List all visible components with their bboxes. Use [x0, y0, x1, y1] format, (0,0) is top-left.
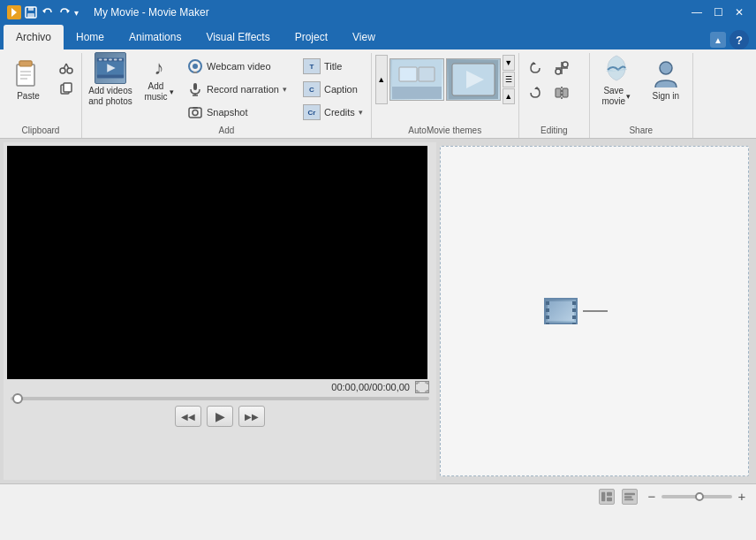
play-button[interactable]: ▶: [207, 406, 233, 427]
automovie-themes-group: ▲ ▼ ☰ ▲: [372, 53, 519, 138]
svg-rect-23: [109, 59, 112, 61]
credits-button[interactable]: Cr Credits ▾: [299, 101, 367, 124]
editing-content: [523, 55, 586, 124]
zoom-slider-track[interactable]: [662, 495, 732, 498]
main-content: 00:00,00/00:00,00 ◀◀ ▶ ▶▶: [0, 139, 756, 483]
theme-scroll-up[interactable]: ▲: [375, 55, 388, 104]
credits-dropdown[interactable]: ▾: [359, 108, 363, 117]
svg-rect-37: [392, 87, 442, 99]
record-narration-button[interactable]: Record narration ▾: [183, 78, 291, 101]
svg-rect-17: [64, 83, 72, 92]
tab-project[interactable]: Project: [283, 25, 340, 49]
rewind-button[interactable]: ◀◀: [175, 406, 201, 427]
trim-button[interactable]: [549, 57, 574, 80]
close-btn[interactable]: ✕: [730, 4, 749, 21]
tab-visual-effects[interactable]: Visual Effects: [193, 25, 282, 49]
zoom-minus-btn[interactable]: −: [645, 490, 659, 504]
zoom-slider-thumb[interactable]: [695, 492, 704, 501]
theme-scroll-btns: ▼ ☰ ▲: [503, 55, 515, 104]
editing-col2: [549, 55, 574, 104]
timeline-scrubber[interactable]: [7, 397, 433, 400]
svg-rect-21: [99, 59, 102, 61]
svg-point-52: [660, 62, 672, 74]
svg-rect-35: [193, 107, 198, 109]
add-right-subcol: T Title C Caption Cr Credit: [299, 55, 367, 124]
forward-button[interactable]: ▶▶: [238, 406, 265, 427]
svg-rect-58: [624, 498, 633, 500]
tab-home[interactable]: Home: [64, 25, 117, 49]
sign-in-icon: [650, 57, 682, 89]
record-narration-label: Record narration: [207, 84, 279, 95]
svg-rect-25: [118, 59, 122, 61]
paste-label: Paste: [17, 91, 40, 102]
scrubber-thumb[interactable]: [12, 393, 23, 404]
timeline-view-btn[interactable]: [622, 489, 638, 505]
save-movie-label: Savemovie ▾: [601, 86, 631, 107]
theme-scroll-down[interactable]: ▼: [503, 55, 515, 71]
qa-dropdown[interactable]: ▾: [74, 8, 83, 18]
time-counter: 00:00,00/00:00,00: [331, 382, 410, 392]
scrubber-track[interactable]: [11, 397, 429, 400]
title-bar: ▾ My Movie - Movie Maker — ☐ ✕: [0, 0, 756, 25]
caption-icon: C: [303, 81, 321, 97]
save-quick-btn[interactable]: [24, 5, 38, 19]
add-videos-label: Add videos and photos: [88, 86, 132, 107]
add-videos-button[interactable]: Add videos and photos: [86, 55, 135, 104]
save-movie-button[interactable]: Savemovie ▾: [593, 55, 639, 104]
zoom-plus-btn[interactable]: +: [735, 490, 749, 504]
theme-scroll-list[interactable]: ☰: [503, 72, 515, 87]
svg-rect-56: [624, 492, 635, 495]
svg-rect-49: [556, 88, 561, 97]
add-music-button[interactable]: ♪ Addmusic ▾: [139, 55, 179, 104]
rotate-left-button[interactable]: [523, 57, 548, 80]
webcam-label: Webcam video: [207, 61, 271, 72]
redo-btn[interactable]: [57, 5, 72, 19]
add-content: Add videos and photos ♪ Addmusic ▾: [86, 55, 367, 124]
copy-button[interactable]: [55, 78, 78, 99]
theme-thumb-1[interactable]: [389, 58, 444, 101]
storyboard-line: [583, 310, 608, 312]
editing-col: [523, 55, 548, 104]
music-icon: ♪: [145, 57, 173, 80]
tab-animations[interactable]: Animations: [117, 25, 193, 49]
fullscreen-btn[interactable]: [415, 381, 429, 393]
undo-btn[interactable]: [41, 5, 55, 19]
theme-thumb-2[interactable]: [446, 58, 501, 101]
help-btn[interactable]: ?: [730, 30, 749, 49]
copy-icon: [59, 81, 73, 95]
maximize-btn[interactable]: ☐: [708, 4, 728, 21]
svg-point-12: [60, 68, 65, 73]
tab-view[interactable]: View: [340, 25, 388, 49]
storyboard-thumb[interactable]: [544, 298, 578, 324]
playback-controls: ◀◀ ▶ ▶▶: [7, 402, 433, 430]
minimize-btn[interactable]: —: [687, 4, 707, 21]
webcam-video-button[interactable]: Webcam video: [183, 55, 291, 78]
share-label: Share: [593, 124, 689, 138]
theme-scroll-up2[interactable]: ▲: [503, 88, 515, 104]
cut-button[interactable]: [55, 57, 78, 78]
title-icon: T: [303, 58, 321, 74]
split-button[interactable]: [549, 81, 574, 104]
storyboard-panel[interactable]: [440, 146, 749, 476]
storyboard-view-btn[interactable]: [599, 489, 615, 505]
snapshot-button[interactable]: Snapshot: [183, 101, 291, 124]
snapshot-icon: [187, 104, 203, 120]
rotate-left-icon: [527, 60, 543, 76]
paste-button[interactable]: Paste: [4, 55, 53, 104]
narration-dropdown[interactable]: ▾: [283, 85, 287, 94]
svg-rect-24: [114, 59, 117, 61]
title-button[interactable]: T Title: [299, 55, 367, 78]
svg-marker-43: [531, 62, 536, 65]
sign-in-button[interactable]: Sign in: [643, 55, 689, 104]
add-group: Add videos and photos ♪ Addmusic ▾: [82, 53, 372, 138]
title-bar-title: My Movie - Movie Maker: [94, 6, 209, 19]
tab-archivo[interactable]: Archivo: [4, 25, 64, 49]
rotate-right-button[interactable]: [523, 81, 548, 104]
video-preview[interactable]: [7, 146, 427, 379]
collapse-ribbon-btn[interactable]: ▲: [710, 32, 726, 48]
storyboard-item[interactable]: [544, 298, 608, 324]
caption-button[interactable]: C Caption: [299, 78, 367, 101]
credits-label: Credits: [324, 107, 355, 118]
credits-icon: Cr: [303, 104, 321, 120]
svg-marker-44: [534, 87, 540, 89]
